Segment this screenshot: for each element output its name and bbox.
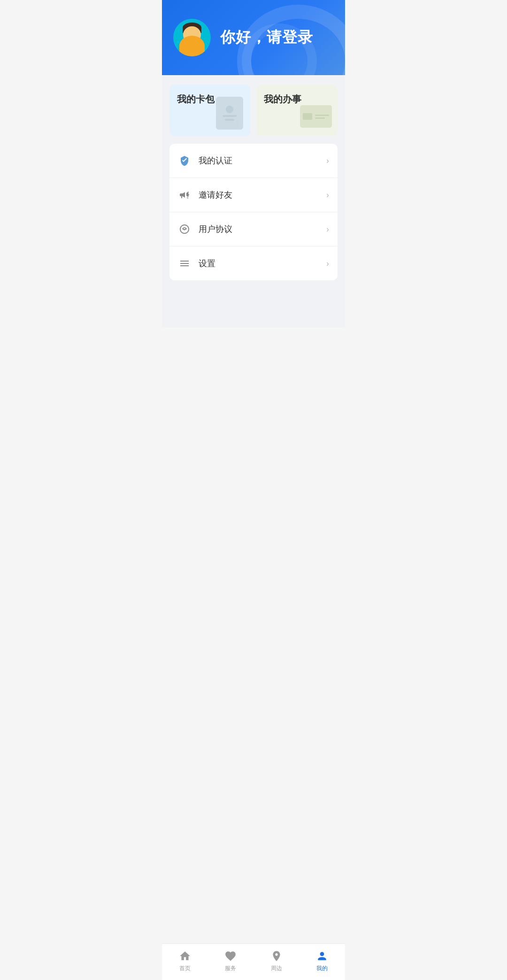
settings-icon — [178, 257, 191, 270]
main-content: 我的卡包 我的办事 — [162, 75, 345, 327]
office-card-icon — [300, 105, 332, 128]
menu-item-invite[interactable]: 邀请好友 › — [169, 178, 338, 212]
invite-label: 邀请好友 — [199, 189, 326, 201]
megaphone-icon — [178, 188, 191, 201]
menu-list: 我的认证 › 邀请好友 › 用户协议 › — [169, 144, 338, 280]
office-card-title: 我的办事 — [264, 93, 330, 106]
agreement-label: 用户协议 — [199, 224, 326, 235]
invite-arrow: › — [326, 190, 329, 200]
menu-item-settings[interactable]: 设置 › — [169, 247, 338, 280]
menu-item-agreement[interactable]: 用户协议 › — [169, 212, 338, 247]
avatar — [173, 19, 211, 56]
cards-row: 我的卡包 我的办事 — [169, 85, 338, 136]
menu-item-certification[interactable]: 我的认证 › — [169, 144, 338, 178]
certification-arrow: › — [326, 156, 329, 166]
office-card[interactable]: 我的办事 — [256, 85, 338, 136]
agreement-arrow: › — [326, 224, 329, 234]
wallet-card-icon — [216, 97, 243, 130]
certification-label: 我的认证 — [199, 155, 326, 166]
shield-icon — [178, 154, 191, 167]
settings-arrow: › — [326, 259, 329, 269]
badge-icon — [178, 223, 191, 236]
wallet-card[interactable]: 我的卡包 — [169, 85, 251, 136]
profile-header[interactable]: 你好，请登录 — [162, 0, 345, 75]
settings-label: 设置 — [199, 258, 326, 269]
greeting-text: 你好，请登录 — [220, 27, 313, 48]
